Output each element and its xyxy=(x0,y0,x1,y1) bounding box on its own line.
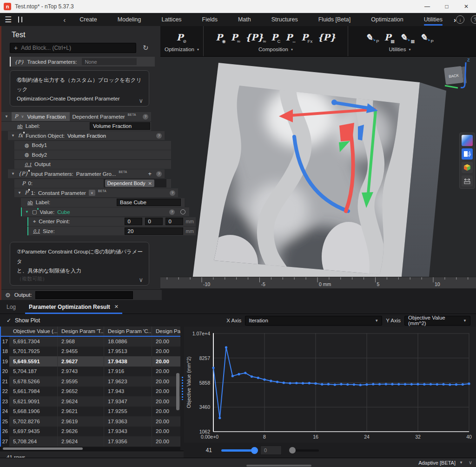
table-row[interactable]: 195,649.55912.962717.943820.00 xyxy=(0,356,180,367)
menu-item-utilities[interactable]: Utilities xyxy=(414,13,453,26)
menu-item-fields[interactable]: Fields xyxy=(192,13,228,26)
radio-icon[interactable] xyxy=(180,209,185,214)
tracked-parameters-row[interactable]: {P} Tracked Parameters: None xyxy=(10,57,155,67)
x-axis-dropdown[interactable]: Iteration ▼ xyxy=(245,316,382,326)
table-vertical-scrollbar[interactable] xyxy=(176,373,179,410)
model-scene[interactable]: BACK Z xyxy=(160,57,476,288)
close-tab-icon[interactable]: ✕ xyxy=(114,304,119,310)
label-input[interactable]: Volume Fraction xyxy=(90,122,150,130)
nav-cube[interactable]: BACK xyxy=(444,66,467,86)
table-row[interactable]: 235,621.90912.962417.934720.00 xyxy=(0,396,180,407)
parameter-function-icon[interactable]: PFx xyxy=(301,33,313,42)
help-circle-icon[interactable]: ? xyxy=(156,171,162,177)
column-header[interactable]: Design Par xyxy=(152,327,180,336)
menu-item-modeling[interactable]: Modeling xyxy=(107,13,152,26)
tab-log[interactable]: Log xyxy=(0,300,22,314)
column-header[interactable]: Design Param 'C... xyxy=(104,327,152,336)
add-block-input[interactable]: + Add Block... (Ctrl+L) xyxy=(10,43,136,53)
section-view-button[interactable] xyxy=(462,148,473,160)
parameter-constant-icon[interactable]: PC xyxy=(271,33,281,42)
help-circle-icon[interactable]: ? xyxy=(143,114,148,120)
display-ramp-button[interactable] xyxy=(462,135,473,146)
parameter-group-icon[interactable]: {P} xyxy=(317,33,336,42)
download-icon[interactable]: ↓ xyxy=(456,15,464,24)
table-row[interactable]: 175,691.73042.96818.088620.00 xyxy=(0,336,180,347)
center-y-input[interactable]: 0 xyxy=(145,218,163,225)
parameter-swap-icon[interactable]: P↔ xyxy=(285,33,297,42)
chevron-down-icon[interactable]: ∨ xyxy=(89,190,95,196)
show-plot-checkbox[interactable]: ✓ Show Plot xyxy=(7,317,40,324)
back-chevron-icon[interactable]: ‹ xyxy=(63,16,66,24)
parameter-link-icon[interactable]: P∞ xyxy=(231,33,241,42)
function-object-row[interactable]: ▼ fx Function Object: Volume Fraction ? xyxy=(8,131,165,140)
add-parameter-icon[interactable]: + xyxy=(148,170,152,177)
block-header-volume-fraction[interactable]: ▼ P ∨ Volume Fraction Dependent Paramete… xyxy=(1,112,151,121)
collapse-chevron-icon[interactable]: ∨ xyxy=(469,460,472,466)
mode-dropdown[interactable]: Adaptive [BETA] xyxy=(418,460,456,466)
menu-item-math[interactable]: Math xyxy=(228,13,261,26)
parameter-calculator-icon[interactable]: P▦ xyxy=(384,33,395,42)
slider-knob[interactable] xyxy=(251,447,258,454)
secondary-slider[interactable] xyxy=(290,449,319,452)
toolbar-group-label-composition[interactable]: Composition▾ xyxy=(258,47,293,52)
output-field-input[interactable] xyxy=(35,291,133,299)
table-row[interactable]: 185,701.79252.945517.951320.00 xyxy=(0,347,180,357)
slider-knob[interactable] xyxy=(289,447,296,454)
iteration-slider[interactable] xyxy=(221,449,255,452)
close-button[interactable]: ✕ xyxy=(456,0,476,13)
note-block-7[interactable]: ⑦Parameter Constraint Groupに⑥の制約値パラメータ と… xyxy=(10,242,149,285)
split-panel-icon[interactable] xyxy=(18,16,19,23)
size-input[interactable]: 20 xyxy=(125,227,183,235)
optimize-parameter-icon[interactable]: P⊘ xyxy=(177,33,187,42)
menu-item-structures[interactable]: Structures xyxy=(261,13,308,26)
measure-button[interactable] xyxy=(462,175,473,187)
value-cube-row[interactable]: ▼ ▢ Value: Cube ? xyxy=(21,207,189,216)
tracked-parameters-value[interactable]: None xyxy=(82,58,137,65)
param-0-row[interactable]: P 0: Dependent Body ✕ xyxy=(14,179,171,188)
toolbar-group-label-optimization[interactable]: Optimization▾ xyxy=(165,47,199,52)
menu-item-fluids-beta-[interactable]: Fluids [Beta] xyxy=(308,13,361,26)
minimize-button[interactable]: — xyxy=(417,0,437,13)
expand-icon[interactable]: ▼ xyxy=(4,114,9,119)
expand-icon[interactable]: ▼ xyxy=(11,133,15,138)
expand-icon[interactable]: ▼ xyxy=(17,191,22,195)
viewport-3d[interactable]: BACK Z -10-50 mm510 xyxy=(160,57,476,288)
block-tab[interactable]: P ∨ Volume Fraction xyxy=(12,112,70,121)
table-row[interactable]: 215,678.52662.959517.962320.00 xyxy=(0,376,180,387)
maximize-button[interactable]: □ xyxy=(437,0,456,13)
parameter-target-icon[interactable]: P◉ xyxy=(216,33,226,42)
hamburger-icon[interactable]: ☰ xyxy=(5,15,12,25)
collapse-chevron-icon[interactable]: ∨ xyxy=(139,276,143,283)
help-circle-icon[interactable]: ? xyxy=(156,133,162,139)
table-row[interactable]: 275,708.2642.962417.935620.00 xyxy=(0,436,180,447)
remove-icon[interactable]: ✕ xyxy=(148,181,152,186)
table-row[interactable]: 205,704.1872.974317.91620.00 xyxy=(0,367,180,377)
table-row[interactable]: 255,702.82762.961917.936320.00 xyxy=(0,416,180,427)
menu-item-optimization[interactable]: Optimization xyxy=(361,13,413,26)
spin-value-box[interactable]: 0 xyxy=(260,446,282,455)
center-x-input[interactable]: 0 xyxy=(125,218,142,225)
param-1-row[interactable]: ▼ P 1: Constant Parameter ∨ BETA ? xyxy=(14,188,178,197)
menu-item-create[interactable]: Create xyxy=(69,13,107,26)
output-row[interactable]: 0.1 Output xyxy=(14,160,171,169)
y-axis-dropdown[interactable]: Objective Value (mm^2) ▼ xyxy=(404,316,470,326)
note-block-6[interactable]: ⑥制約値を出力する（カスタム）ブロックを右クリック Optimization>C… xyxy=(10,70,149,107)
dependent-body-chip[interactable]: Dependent Body ✕ xyxy=(105,180,154,187)
table-row[interactable]: 245,668.19062.962117.925520.00 xyxy=(0,407,180,417)
bottom-scrollbar[interactable] xyxy=(246,465,311,467)
wand-to-parameter-icon[interactable]: ✎↘P xyxy=(365,33,380,42)
collapse-chevron-icon[interactable]: ∨ xyxy=(139,97,143,104)
optimization-chart[interactable]: 10623460585882571.07e+40.00e+0816243240O… xyxy=(184,327,476,443)
tab-parameter-optimization-result[interactable]: Parameter Optimization Result✕ xyxy=(22,300,125,314)
wand-to-table-icon[interactable]: ✎↘▦ xyxy=(400,33,415,42)
table-row[interactable]: 265,697.94352.962617.934320.00 xyxy=(0,427,180,437)
help-circle-icon[interactable]: ? xyxy=(170,190,175,196)
table-row[interactable]: 225,661.79842.965217.94320.00 xyxy=(0,387,180,397)
refresh-icon[interactable]: ↻ xyxy=(143,44,149,52)
wand-parameter-icon[interactable]: ✎↘P xyxy=(420,33,434,42)
table-horizontal-scrollbar[interactable] xyxy=(0,447,180,450)
parameter-link-group-icon[interactable]: {P}∞ xyxy=(245,33,267,42)
toolbar-group-label-utilities[interactable]: Utilities▾ xyxy=(389,47,410,52)
input-parameters-row[interactable]: ▼ {P} Input Parameters: Parameter Gro...… xyxy=(8,169,165,178)
base-cube-label-input[interactable]: Base Cube xyxy=(117,199,181,206)
